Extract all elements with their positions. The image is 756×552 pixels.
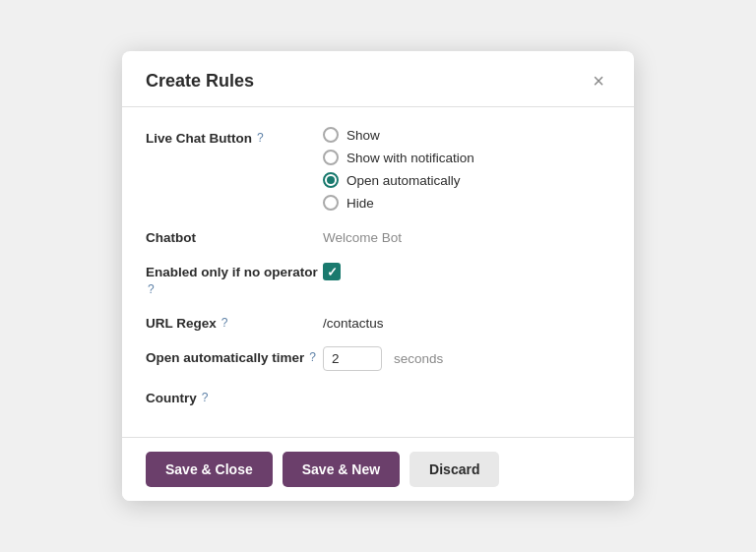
url-regex-help-icon: ? xyxy=(221,316,228,330)
chatbot-row: Chatbot Welcome Bot xyxy=(146,226,610,245)
enabled-only-row: Enabled only if no operator ? xyxy=(146,261,610,296)
enabled-only-help-icon: ? xyxy=(148,282,155,296)
radio-show-notification-input[interactable] xyxy=(323,150,339,165)
create-rules-modal: Create Rules × Live Chat Button ? Show S… xyxy=(122,51,634,501)
live-chat-help-icon: ? xyxy=(257,131,264,145)
country-label: Country ? xyxy=(146,387,323,405)
open-timer-input[interactable] xyxy=(323,346,382,371)
radio-hide[interactable]: Hide xyxy=(323,195,610,211)
radio-open-automatically-label: Open automatically xyxy=(346,173,461,188)
enabled-only-checkbox[interactable] xyxy=(323,263,341,280)
live-chat-button-options: Show Show with notification Open automat… xyxy=(323,127,610,211)
live-chat-button-row: Live Chat Button ? Show Show with notifi… xyxy=(146,127,610,211)
modal-title: Create Rules xyxy=(146,71,254,92)
chatbot-label: Chatbot xyxy=(146,226,323,245)
radio-open-automatically-input[interactable] xyxy=(323,172,339,188)
open-timer-help-icon: ? xyxy=(309,350,316,364)
open-timer-control: seconds xyxy=(323,346,610,371)
save-close-button[interactable]: Save & Close xyxy=(146,452,273,487)
enabled-only-checkbox-container xyxy=(323,261,610,280)
radio-hide-input[interactable] xyxy=(323,195,339,211)
radio-show[interactable]: Show xyxy=(323,127,610,143)
radio-show-notification-label: Show with notification xyxy=(346,151,474,165)
radio-show-label: Show xyxy=(346,128,380,143)
radio-open-automatically[interactable]: Open automatically xyxy=(323,172,610,188)
discard-button[interactable]: Discard xyxy=(410,452,499,487)
modal-header: Create Rules × xyxy=(122,51,634,107)
modal-footer: Save & Close Save & New Discard xyxy=(122,437,634,501)
live-chat-button-label: Live Chat Button ? xyxy=(146,127,323,146)
url-regex-label: URL Regex ? xyxy=(146,312,323,331)
radio-hide-label: Hide xyxy=(346,196,374,211)
radio-show-notification[interactable]: Show with notification xyxy=(323,150,610,165)
enabled-only-label: Enabled only if no operator ? xyxy=(146,261,323,296)
timer-unit: seconds xyxy=(394,351,443,366)
chatbot-value: Welcome Bot xyxy=(323,226,610,245)
close-button[interactable]: × xyxy=(587,69,610,92)
open-timer-row: Open automatically timer ? seconds xyxy=(146,346,610,371)
modal-body: Live Chat Button ? Show Show with notifi… xyxy=(122,107,634,437)
country-help-icon: ? xyxy=(202,391,209,404)
radio-show-input[interactable] xyxy=(323,127,339,143)
url-regex-value: /contactus xyxy=(323,312,610,331)
url-regex-row: URL Regex ? /contactus xyxy=(146,312,610,331)
open-timer-label: Open automatically timer ? xyxy=(146,346,323,365)
country-row: Country ? xyxy=(146,387,610,405)
save-new-button[interactable]: Save & New xyxy=(283,452,400,487)
